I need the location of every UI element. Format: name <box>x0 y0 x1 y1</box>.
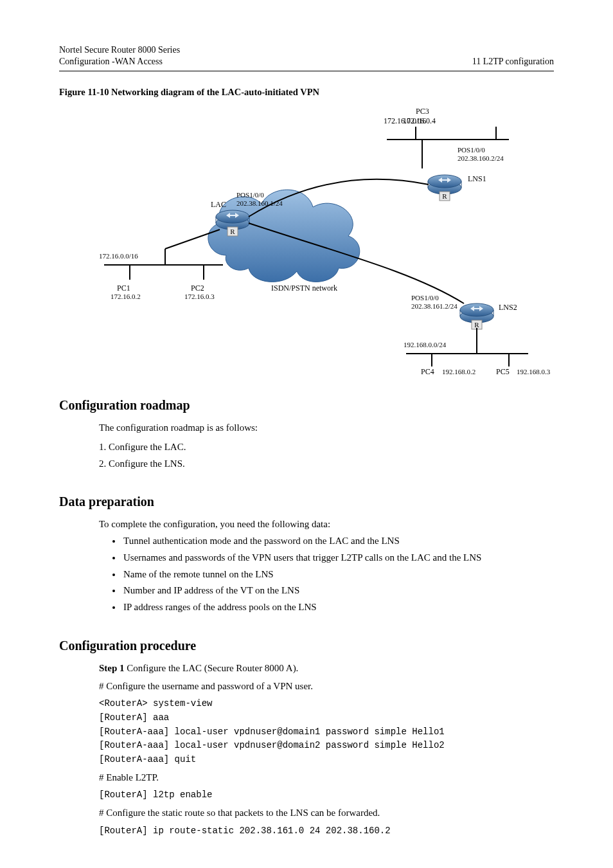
page-header: Nortel Secure Router 8000 Series Configu… <box>0 0 613 71</box>
svg-point-5 <box>428 175 461 188</box>
svg-point-9 <box>216 210 249 223</box>
router-lns2-icon: R <box>460 303 493 329</box>
header-right: 11 L2TP configuration <box>472 57 554 67</box>
header-product: Nortel Secure Router 8000 Series <box>59 45 180 55</box>
header-rule <box>59 71 554 71</box>
svg-point-18 <box>460 303 493 316</box>
label-lns2-pos: POS1/0/0 <box>411 294 439 302</box>
label-net3: 192.168.0.0/24 <box>404 341 447 348</box>
dataprep-item: Name of the remote tunnel on the LNS <box>122 568 554 582</box>
svg-text:R: R <box>230 228 235 235</box>
label-pc4-ip: 192.168.0.2 <box>442 368 475 374</box>
label-net1: 172.16.0.0/16 <box>99 252 138 260</box>
roadmap-step-1: 1. Configure the LAC. <box>99 440 554 455</box>
label-network: ISDN/PSTN network <box>271 284 337 293</box>
roadmap-steps: 1. Configure the LAC. 2. Configure the L… <box>99 440 554 471</box>
label-lns2: LNS2 <box>499 303 517 312</box>
label-pc4: PC4 <box>421 367 434 374</box>
page-content: Figure 11-10 Networking diagram of the L… <box>0 86 613 838</box>
dataprep-item: Number and IP address of the VT on the L… <box>122 584 554 598</box>
roadmap-step-2: 2. Configure the LNS. <box>99 457 554 471</box>
label-lac: LAC <box>211 200 226 209</box>
label-pc3-ip: 172.16.0.4 <box>403 116 436 125</box>
label-lac-pos: POS1/0/0 <box>236 191 264 199</box>
code-block-3: [RouterA] ip route-static 202.38.161.0 2… <box>99 824 554 838</box>
diagram-svg: 172.16.0.0/16 172.16.0.4 PC3 R LNS1 POS1… <box>59 104 554 374</box>
label-lns1-pos-ip: 202.38.160.2/24 <box>458 154 504 162</box>
label-pc5: PC5 <box>496 367 510 374</box>
code-block-2: [RouterA] l2tp enable <box>99 788 554 802</box>
header-doc-title: Configuration -WAN Access <box>59 57 180 67</box>
step1-label: Step 1 <box>99 663 125 673</box>
label-lns2-pos-ip: 202.38.161.2/24 <box>411 302 458 310</box>
label-lns1: LNS1 <box>468 174 486 183</box>
header-chapter: 11 L2TP configuration <box>472 57 554 66</box>
router-lns1-icon: R <box>428 175 461 201</box>
step1-text: Configure the LAC (Secure Router 8000 A)… <box>125 663 299 673</box>
label-lac-pos-ip: 202.38.160.1/24 <box>236 199 283 207</box>
label-lns1-pos: POS1/0/0 <box>458 146 485 154</box>
label-pc1-ip: 172.16.0.2 <box>111 293 141 300</box>
svg-text:R: R <box>442 192 447 200</box>
step1-sub2: # Enable L2TP. <box>99 771 554 785</box>
label-pc2: PC2 <box>191 284 204 293</box>
step1-sub1: # Configure the username and password of… <box>99 680 554 694</box>
code-block-1: <RouterA> system-view [RouterA] aaa [Rou… <box>99 697 554 766</box>
dataprep-intro: To complete the configuration, you need … <box>99 518 554 532</box>
step1-sub3: # Configure the static route so that pac… <box>99 806 554 820</box>
heading-roadmap: Configuration roadmap <box>59 396 554 415</box>
header-left: Nortel Secure Router 8000 Series Configu… <box>59 45 180 67</box>
dataprep-item: Usernames and passwords of the VPN users… <box>122 551 554 565</box>
figure-caption: Figure 11-10 Networking diagram of the L… <box>59 86 554 99</box>
label-pc3: PC3 <box>416 107 429 116</box>
label-pc2-ip: 172.16.0.3 <box>184 293 215 300</box>
label-pc1: PC1 <box>117 284 130 293</box>
dataprep-item: Tunnel authentication mode and the passw… <box>122 534 554 548</box>
heading-procedure: Configuration procedure <box>59 637 554 655</box>
procedure-step1: Step 1 Configure the LAC (Secure Router … <box>99 662 554 676</box>
dataprep-item: IP address ranges of the address pools o… <box>122 601 554 615</box>
roadmap-intro: The configuration roadmap is as follows: <box>99 421 554 435</box>
network-diagram: 172.16.0.0/16 172.16.0.4 PC3 R LNS1 POS1… <box>59 104 554 374</box>
heading-dataprep: Data preparation <box>59 493 554 511</box>
svg-text:R: R <box>474 321 479 329</box>
label-pc5-ip: 192.168.0.3 <box>517 368 551 374</box>
dataprep-list: Tunnel authentication mode and the passw… <box>122 534 554 615</box>
